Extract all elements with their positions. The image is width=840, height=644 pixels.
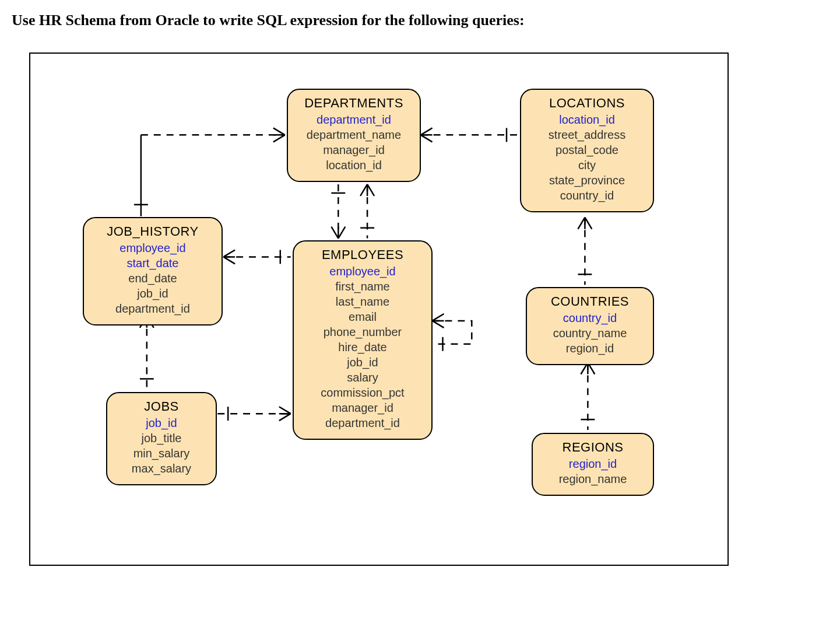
entity-field: employee_id (303, 264, 422, 279)
entity-field: last_name (303, 294, 422, 309)
entity-countries: COUNTRIES country_id country_name region… (526, 287, 654, 365)
entity-field: start_date (93, 256, 212, 271)
entity-field: end_date (93, 271, 212, 286)
entity-field: job_id (93, 286, 212, 301)
entity-field: state_province (530, 173, 644, 188)
entity-field: street_address (530, 127, 644, 142)
entity-field: hire_date (303, 340, 422, 355)
entity-field: job_title (117, 430, 206, 446)
entity-title: DEPARTMENTS (297, 96, 410, 111)
entity-field: email (303, 309, 422, 324)
entity-field: department_id (303, 415, 422, 430)
entity-field: postal_code (530, 142, 644, 158)
entity-title: EMPLOYEES (303, 247, 422, 262)
entity-field: region_name (542, 471, 644, 487)
entity-departments: DEPARTMENTS department_id department_nam… (287, 89, 421, 182)
entity-field: job_id (303, 355, 422, 370)
entity-title: COUNTRIES (536, 294, 644, 309)
page-heading: Use HR Schema from Oracle to write SQL e… (12, 12, 828, 29)
entity-title: REGIONS (542, 440, 644, 455)
entity-locations: LOCATIONS location_id street_address pos… (520, 89, 654, 212)
entity-regions: REGIONS region_id region_name (532, 433, 654, 496)
entity-field: max_salary (117, 461, 206, 476)
entity-field: location_id (530, 112, 644, 127)
entity-title: JOBS (117, 399, 206, 414)
entity-field: employee_id (93, 240, 212, 256)
entity-job-history: JOB_HISTORY employee_id start_date end_d… (83, 217, 223, 326)
entity-field: city (530, 158, 644, 173)
entity-field: job_id (117, 415, 206, 430)
entity-field: department_id (93, 301, 212, 316)
entity-field: salary (303, 370, 422, 385)
entity-field: commission_pct (303, 385, 422, 400)
diagram-frame: DEPARTMENTS department_id department_nam… (29, 52, 729, 566)
entity-field: phone_number (303, 324, 422, 340)
entity-jobs: JOBS job_id job_title min_salary max_sal… (106, 392, 217, 485)
entity-field: manager_id (303, 400, 422, 415)
entity-field: location_id (297, 158, 410, 173)
entity-field: first_name (303, 279, 422, 294)
entity-field: country_name (536, 326, 644, 341)
entity-title: JOB_HISTORY (93, 224, 212, 239)
entity-field: country_id (530, 188, 644, 203)
entity-field: min_salary (117, 446, 206, 461)
entity-employees: EMPLOYEES employee_id first_name last_na… (293, 240, 433, 440)
entity-field: country_id (536, 310, 644, 326)
entity-title: LOCATIONS (530, 96, 644, 111)
entity-field: department_name (297, 127, 410, 142)
entity-field: manager_id (297, 142, 410, 158)
entity-field: department_id (297, 112, 410, 127)
entity-field: region_id (542, 456, 644, 471)
diagram-canvas: DEPARTMENTS department_id department_nam… (30, 54, 727, 565)
entity-field: region_id (536, 341, 644, 356)
